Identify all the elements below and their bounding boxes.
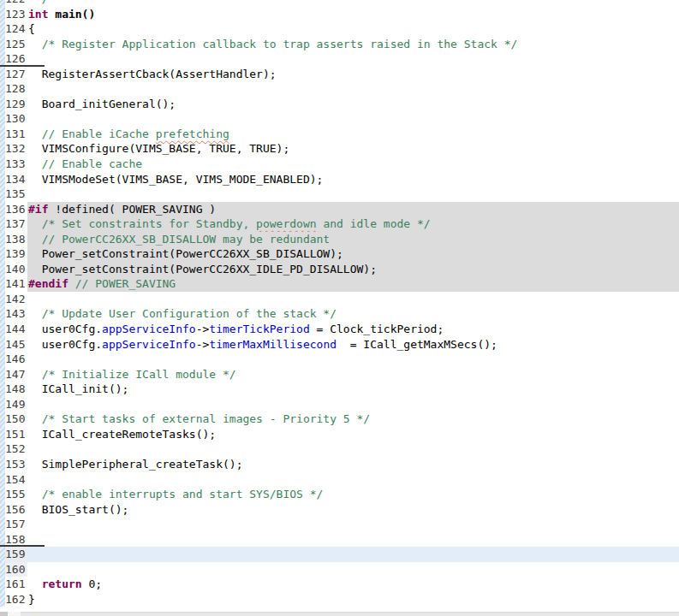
line-number[interactable]: 131 [5, 127, 27, 142]
line-number[interactable]: 135 [5, 187, 27, 202]
code-text[interactable]: Power_setConstraint(PowerCC26XX_IDLE_PD_… [27, 262, 679, 277]
code-text[interactable]: // Enable iCache prefetching [27, 127, 679, 142]
code-line[interactable]: 161 return 0; [0, 577, 679, 592]
code-line[interactable]: 141#endif // POWER_SAVING [0, 276, 679, 292]
code-text[interactable]: // PowerCC26XX_SB_DISALLOW may be redund… [27, 232, 679, 247]
line-number[interactable]: 128 [5, 81, 27, 97]
code-line[interactable]: 128 [0, 81, 679, 97]
code-line[interactable]: 153 SimplePeripheral_createTask(); [0, 457, 679, 472]
line-number[interactable]: 150 [5, 412, 27, 427]
line-number[interactable]: 137 [5, 216, 27, 232]
line-number[interactable]: 127 [5, 67, 27, 82]
code-line[interactable]: 147 /* Initialize ICall module */ [0, 367, 679, 382]
code-line[interactable]: 125 /* Register Application callback to … [0, 37, 679, 52]
line-number[interactable]: 159 [5, 547, 27, 562]
code-text[interactable] [27, 187, 679, 202]
code-line[interactable]: 134 VIMSModeSet(VIMS_BASE, VIMS_MODE_ENA… [0, 172, 679, 187]
line-number[interactable]: 129 [5, 97, 27, 112]
line-number[interactable]: 139 [5, 246, 27, 262]
code-line[interactable]: 140 Power_setConstraint(PowerCC26XX_IDLE… [0, 262, 679, 277]
code-text[interactable]: user0Cfg.appServiceInfo->timerTickPeriod… [27, 322, 679, 337]
line-number[interactable]: 140 [5, 262, 27, 277]
line-number[interactable]: 130 [5, 111, 27, 127]
code-text[interactable]: user0Cfg.appServiceInfo->timerMaxMillise… [27, 337, 679, 352]
code-text[interactable] [27, 441, 679, 457]
code-text[interactable]: /* Register Application callback to trap… [27, 37, 679, 52]
line-number[interactable]: 160 [5, 562, 27, 578]
code-line[interactable]: 137 /* Set constraints for Standby, powe… [0, 216, 679, 232]
code-text[interactable] [27, 472, 679, 488]
code-text[interactable]: #if !defined( POWER_SAVING ) [27, 202, 679, 217]
code-line[interactable]: 154 [0, 472, 679, 488]
line-number[interactable]: 155 [5, 487, 27, 502]
code-text[interactable] [27, 517, 679, 532]
code-line[interactable]: 150 /* Start tasks of external images - … [0, 412, 679, 427]
code-text[interactable] [27, 397, 679, 412]
code-line[interactable]: 126 [0, 51, 679, 67]
code-text[interactable]: /* enable interrupts and start SYS/BIOS … [27, 487, 679, 502]
line-number[interactable]: 142 [5, 292, 27, 307]
line-number[interactable]: 141 [5, 276, 27, 292]
code-text[interactable]: */ [27, 0, 679, 7]
line-number[interactable]: 143 [5, 306, 27, 322]
code-text[interactable]: return 0; [27, 577, 679, 592]
code-line[interactable]: 133 // Enable cache [0, 157, 679, 172]
code-line[interactable]: 142 [0, 292, 679, 307]
code-line[interactable]: 138 // PowerCC26XX_SB_DISALLOW may be re… [0, 232, 679, 247]
scrollbar-track[interactable] [21, 612, 679, 616]
code-line[interactable]: 124{ [0, 21, 679, 37]
code-text[interactable]: SimplePeripheral_createTask(); [27, 457, 679, 472]
line-number[interactable]: 162 [5, 592, 27, 607]
code-line[interactable]: 130 [0, 111, 679, 127]
code-line[interactable]: 122 */ [0, 0, 679, 7]
code-line[interactable]: 156 BIOS_start(); [0, 502, 679, 518]
code-line[interactable]: 123int main() [0, 7, 679, 22]
code-text[interactable]: } [27, 592, 679, 607]
code-text[interactable]: #endif // POWER_SAVING [27, 276, 679, 292]
code-line[interactable]: 152 [0, 441, 679, 457]
code-text[interactable]: /* Start tasks of external images - Prio… [27, 412, 679, 427]
line-number[interactable]: 133 [5, 157, 27, 172]
line-number[interactable]: 154 [5, 472, 27, 488]
code-text[interactable]: ICall_init(); [27, 382, 679, 397]
code-line[interactable]: 148 ICall_init(); [0, 382, 679, 397]
code-line[interactable]: 127 RegisterAssertCback(AssertHandler); [0, 67, 679, 82]
line-number[interactable]: 136 [5, 202, 27, 217]
line-number[interactable]: 149 [5, 397, 27, 412]
code-line[interactable]: 131 // Enable iCache prefetching [0, 127, 679, 142]
code-line[interactable]: 158 [0, 532, 679, 548]
line-number[interactable]: 156 [5, 502, 27, 518]
code-text[interactable]: /* Initialize ICall module */ [27, 367, 679, 382]
code-text[interactable] [27, 352, 679, 367]
code-text[interactable]: BIOS_start(); [27, 502, 679, 518]
line-number[interactable]: 144 [5, 322, 27, 337]
code-text[interactable] [27, 81, 679, 97]
line-number[interactable]: 123 [5, 7, 27, 22]
code-line[interactable]: 143 /* Update User Configuration of the … [0, 306, 679, 322]
line-number[interactable]: 152 [5, 441, 27, 457]
code-text[interactable] [27, 532, 679, 548]
code-text[interactable]: Board_initGeneral(); [27, 97, 679, 112]
code-text[interactable]: // Enable cache [27, 157, 679, 172]
code-text[interactable]: { [27, 21, 679, 37]
horizontal-scrollbar[interactable] [0, 612, 679, 616]
code-text[interactable] [27, 562, 679, 578]
code-line[interactable]: 160 [0, 562, 679, 578]
code-editor[interactable]: 122 */123int main()124{125 /* Register A… [0, 0, 679, 616]
code-text[interactable]: /* Set constraints for Standby, powerdow… [27, 216, 679, 232]
code-line[interactable]: 129 Board_initGeneral(); [0, 97, 679, 112]
code-text[interactable]: Power_setConstraint(PowerCC26XX_SB_DISAL… [27, 246, 679, 262]
line-number[interactable]: 134 [5, 172, 27, 187]
line-number[interactable]: 158 [5, 532, 27, 548]
line-number[interactable]: 145 [5, 337, 27, 352]
line-number[interactable]: 122 [5, 0, 27, 7]
code-line[interactable]: 135 [0, 187, 679, 202]
line-number[interactable]: 147 [5, 367, 27, 382]
code-text[interactable] [27, 547, 679, 562]
code-line[interactable]: 146 [0, 352, 679, 367]
code-text[interactable]: VIMSConfigure(VIMS_BASE, TRUE, TRUE); [27, 141, 679, 157]
code-text[interactable]: int main() [27, 7, 679, 22]
line-number[interactable]: 153 [5, 457, 27, 472]
line-number[interactable]: 151 [5, 427, 27, 442]
code-text[interactable]: VIMSModeSet(VIMS_BASE, VIMS_MODE_ENABLED… [27, 172, 679, 187]
